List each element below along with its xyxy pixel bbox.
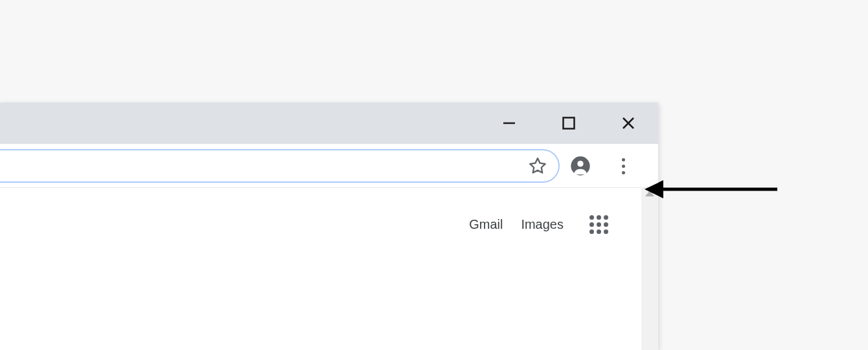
star-icon <box>529 157 547 175</box>
bookmark-button[interactable] <box>525 153 551 179</box>
scroll-up-icon <box>645 191 654 196</box>
browser-toolbar <box>0 144 658 188</box>
svg-point-6 <box>577 161 583 167</box>
svg-rect-1 <box>564 118 575 129</box>
more-vert-icon <box>622 158 625 174</box>
chrome-menu-button[interactable] <box>608 150 639 181</box>
gmail-link[interactable]: Gmail <box>469 217 503 232</box>
minimize-button[interactable] <box>479 102 539 144</box>
person-icon <box>570 156 591 176</box>
page-content: Gmail Images <box>0 188 641 350</box>
svg-marker-4 <box>530 158 545 172</box>
apps-grid-icon <box>589 215 608 234</box>
window-titlebar <box>0 102 658 144</box>
maximize-button[interactable] <box>539 102 599 144</box>
close-button[interactable] <box>599 102 658 144</box>
annotation-arrow-icon <box>641 176 784 202</box>
window-controls <box>479 102 658 144</box>
profile-button[interactable] <box>565 150 596 181</box>
header-links: Gmail Images <box>469 213 610 236</box>
toolbar-right <box>560 144 658 188</box>
minimize-icon <box>502 116 516 130</box>
content-area: Gmail Images <box>0 188 658 350</box>
browser-window: Gmail Images <box>0 102 658 350</box>
images-link[interactable]: Images <box>521 217 564 232</box>
google-apps-button[interactable] <box>587 213 610 236</box>
maximize-icon <box>562 116 576 130</box>
address-bar[interactable] <box>0 149 560 183</box>
vertical-scrollbar[interactable] <box>641 188 658 350</box>
close-icon <box>621 116 635 130</box>
